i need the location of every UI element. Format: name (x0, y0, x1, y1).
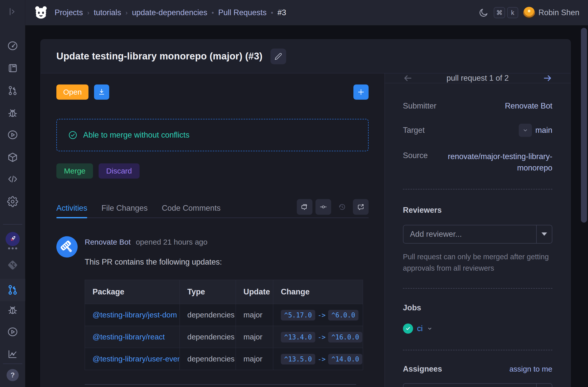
add-reviewer-placeholder: Add reviewer... (403, 225, 536, 243)
repo-issues-bug-icon[interactable] (7, 304, 19, 316)
add-button[interactable] (353, 84, 369, 100)
tab-toolbar (297, 199, 369, 215)
breadcrumb-dot: • (271, 9, 273, 17)
repo-pull-requests-icon-active[interactable] (7, 284, 19, 296)
app-logo-panda-icon[interactable] (33, 5, 49, 21)
job-name: ci (417, 324, 423, 333)
job-ci-row[interactable]: ci (403, 324, 552, 334)
commits-view-button[interactable] (315, 199, 331, 215)
col-change: Change (273, 280, 363, 304)
nav-issues-bug-icon[interactable] (7, 107, 19, 119)
renovate-bot-avatar (56, 236, 78, 257)
scrollbar-thumb[interactable] (581, 28, 587, 223)
project-rocket-avatar[interactable] (6, 232, 20, 246)
theme-moon-icon[interactable] (479, 8, 489, 18)
nav-docs-book-icon[interactable] (7, 62, 19, 74)
open-comment-button[interactable] (353, 199, 369, 215)
type-cell: dependencies (180, 348, 236, 370)
merge-button[interactable]: Merge (56, 163, 93, 179)
history-clock-icon (338, 203, 346, 211)
reviewers-help-text: Pull request can only be merged after ge… (403, 251, 552, 274)
user-menu[interactable]: Robin Shen (523, 7, 579, 18)
merge-status-text: Able to merge without conflicts (83, 131, 189, 140)
discard-button[interactable]: Discard (99, 163, 140, 179)
author-link[interactable]: Renovate Bot (85, 238, 131, 246)
update-cell: major (236, 304, 273, 326)
table-header-row: Package Type Update Change (85, 280, 363, 304)
tab-activities[interactable]: Activities (56, 199, 87, 218)
nav-settings-gear-icon[interactable] (7, 196, 19, 208)
nav-pipelines-play-icon[interactable] (7, 129, 19, 141)
type-cell: dependencies (180, 304, 236, 326)
sidebar-expand-icon[interactable] (7, 6, 19, 18)
assign-to-me-link[interactable]: assign to me (509, 365, 552, 373)
col-update: Update (236, 280, 273, 304)
rail-divider (3, 363, 22, 364)
top-header-bar: Projects › tutorials › update-dependenci… (25, 0, 588, 25)
source-label: Source (403, 151, 428, 160)
pr-tabs: Activities File Changes Code Comments (56, 199, 369, 218)
jobs-heading: Jobs (403, 303, 552, 312)
next-pr-arrow-icon[interactable] (543, 73, 552, 83)
target-label: Target (403, 126, 425, 135)
pr-meta-sidebar: pull request 1 of 2 Submitter Renovate B… (385, 73, 571, 387)
source-value[interactable]: renovate/major-testing-library-monorepo (434, 151, 552, 174)
avatar (523, 7, 535, 18)
bubble-arrow-icon (357, 203, 365, 211)
version-from: ^5.17.0 (281, 310, 315, 320)
breadcrumb-dot: • (212, 9, 214, 17)
target-branch-dropdown[interactable] (519, 124, 532, 137)
breadcrumb-projects-link[interactable]: Projects (55, 8, 83, 17)
reviewers-heading: Reviewers (403, 206, 552, 215)
add-assignee-select[interactable]: Add assignee... (403, 383, 552, 387)
submitter-value[interactable]: Renovate Bot (505, 101, 552, 111)
pull-request-card: Update testing-library monorepo (major) … (40, 39, 571, 387)
add-reviewer-select[interactable]: Add reviewer... (403, 225, 552, 244)
history-button[interactable] (334, 199, 350, 215)
col-type: Type (180, 280, 236, 304)
search-shortcut-chip[interactable]: ⌘ k (494, 7, 518, 18)
change-cell: ^13.5.0->^14.0.0 (273, 348, 363, 370)
tab-file-changes[interactable]: File Changes (101, 199, 148, 218)
repo-insights-chart-icon[interactable] (7, 348, 19, 360)
download-patch-button[interactable] (94, 84, 109, 100)
package-link[interactable]: @testing-library/jest-dom (93, 311, 177, 319)
table-row: @testing-library/user-event dependencies… (85, 348, 363, 370)
edit-title-button[interactable] (270, 49, 286, 64)
help-glyph: ? (11, 371, 15, 379)
breadcrumb-repo-link[interactable]: update-dependencies (132, 8, 207, 17)
commit-icon (320, 203, 327, 211)
comments-filter-button[interactable] (297, 199, 312, 215)
activity-meta: opened 21 hours ago (136, 238, 208, 246)
nav-packages-icon[interactable] (7, 151, 19, 163)
breadcrumb-pull-requests-link[interactable]: Pull Requests (218, 8, 266, 17)
prev-pr-arrow-icon[interactable] (403, 73, 413, 83)
merge-actions-row: Merge Discard (56, 163, 369, 179)
source-row: Source renovate/major-testing-library-mo… (403, 151, 552, 174)
repo-pipelines-play-icon[interactable] (7, 326, 19, 338)
target-value: main (535, 126, 552, 135)
app-root: ? Projects › tutorials › update-dependen… (0, 0, 588, 387)
git-logo-icon[interactable] (7, 259, 19, 271)
nav-pull-requests-icon[interactable] (7, 84, 19, 97)
user-name: Robin Shen (538, 8, 579, 17)
nav-dashboard-gauge-icon[interactable] (7, 40, 19, 52)
more-options-dots-icon[interactable] (8, 247, 18, 249)
pr-pager: pull request 1 of 2 (385, 73, 571, 83)
section-divider (403, 350, 552, 350)
package-link[interactable]: @testing-library/react (93, 333, 165, 341)
merge-status-panel: Able to merge without conflicts (56, 119, 369, 151)
breadcrumb-org-link[interactable]: tutorials (94, 8, 121, 17)
tab-code-comments[interactable]: Code Comments (162, 199, 221, 218)
chevron-down-icon (522, 127, 528, 133)
breadcrumb-chevron: › (125, 9, 128, 17)
help-icon[interactable]: ? (7, 369, 19, 381)
version-arrow: -> (318, 355, 326, 363)
version-to: ^16.0.0 (328, 332, 363, 342)
update-cell: major (236, 326, 273, 348)
table-row: @testing-library/react dependencies majo… (85, 326, 363, 348)
section-divider (403, 288, 552, 289)
package-link[interactable]: @testing-library/user-event (93, 355, 180, 363)
version-to: ^14.0.0 (328, 354, 363, 364)
nav-code-icon[interactable] (7, 173, 19, 185)
